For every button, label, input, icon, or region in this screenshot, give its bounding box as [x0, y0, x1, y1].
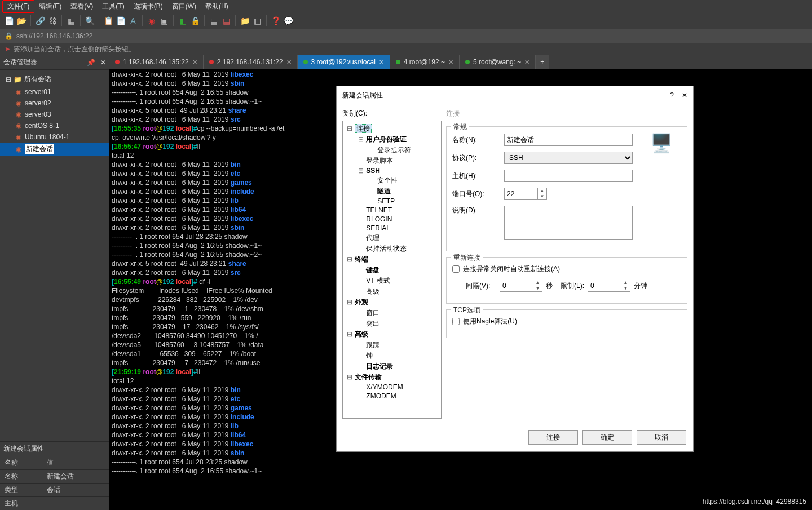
paste-icon[interactable]: 📄 — [115, 15, 126, 26]
tree-node[interactable]: ⊟ 终端 — [344, 254, 440, 265]
reconnect-checkbox[interactable]: 连接异常关闭时自动重新连接(A) — [452, 264, 681, 274]
name-input[interactable] — [504, 134, 633, 146]
sidebar-title-bar: 会话管理器 📌 ✕ — [0, 55, 109, 70]
desc-textarea[interactable] — [504, 206, 633, 240]
tree-node[interactable]: X/YMODEM — [344, 383, 440, 392]
close-icon[interactable]: ✕ — [100, 59, 106, 66]
limit-input[interactable] — [588, 280, 621, 292]
minus-icon: ⊟ — [6, 76, 11, 83]
tree-node[interactable]: 隧道 — [344, 186, 440, 197]
tree-node[interactable]: TELNET — [344, 206, 440, 215]
tree-node[interactable]: 登录提示符 — [344, 145, 440, 156]
font-icon[interactable]: A — [127, 15, 139, 26]
infobar: ➤ 要添加当前会话，点击左侧的箭头按钮。 — [0, 43, 812, 55]
tab[interactable]: 3 root@192:/usr/local✕ — [298, 55, 390, 69]
menu-file[interactable]: 文件(F) — [2, 0, 34, 13]
tree-node[interactable]: ⊟ 连接 — [344, 123, 440, 134]
tree-node[interactable]: 高级 — [344, 286, 440, 297]
tree-node[interactable]: 突出 — [344, 318, 440, 329]
tree-node[interactable]: ⊟ 用户身份验证 — [344, 134, 440, 145]
host-input[interactable] — [504, 170, 633, 182]
folder2-icon[interactable]: ▤ — [220, 15, 232, 26]
tab[interactable]: 4 root@192:~✕ — [390, 55, 460, 69]
tree-node[interactable]: RLOGIN — [344, 215, 440, 224]
link-icon[interactable]: 🔗 — [34, 15, 46, 26]
tree-node[interactable]: ZMODEM — [344, 392, 440, 401]
pin-icon[interactable]: 📌 — [87, 59, 95, 66]
open-icon[interactable]: 📂 — [16, 15, 27, 26]
session-item[interactable]: ◉centOS 8-1 — [0, 120, 109, 131]
tree-node[interactable]: 登录脚本 — [344, 156, 440, 166]
interval-input[interactable] — [500, 280, 533, 292]
green1-icon[interactable]: ◧ — [177, 15, 188, 26]
menu-tools[interactable]: 工具(T) — [98, 1, 129, 12]
category-tree[interactable]: ⊟ 连接⊟ 用户身份验证 登录提示符 登录脚本⊟ SSH 安全性 隧道 SFTP… — [342, 121, 442, 419]
menu-help[interactable]: 帮助(H) — [201, 1, 233, 12]
tree-node[interactable]: SERIAL — [344, 224, 440, 233]
chat-icon[interactable]: 💬 — [283, 15, 294, 26]
clipboard-icon[interactable]: 📋 — [103, 15, 114, 26]
cube-icon[interactable]: ▣ — [158, 15, 170, 26]
copy-icon[interactable]: ▦ — [65, 15, 77, 26]
port-input[interactable] — [504, 188, 538, 200]
close-icon[interactable]: ✕ — [286, 59, 292, 66]
tree-node[interactable]: ⊟ 文件传输 — [344, 372, 440, 383]
reconnect-legend: 重新连接 — [451, 253, 483, 263]
tree-node[interactable]: 窗口 — [344, 308, 440, 318]
tree-node[interactable]: 跟踪 — [344, 340, 440, 351]
tab[interactable]: 2 192.168.146.131:22✕ — [204, 55, 298, 69]
status-dot — [465, 60, 470, 64]
close-icon[interactable]: ✕ — [682, 91, 687, 99]
menu-edit[interactable]: 编辑(E) — [34, 1, 66, 12]
help-icon[interactable]: ? — [670, 91, 674, 99]
cancel-button[interactable]: 取消 — [637, 430, 686, 445]
lock-icon[interactable]: 🔒 — [189, 15, 201, 26]
nagle-checkbox[interactable]: 使用Nagle算法(U) — [452, 317, 681, 326]
tree-node[interactable]: 键盘 — [344, 265, 440, 276]
props-head-value: 值 — [42, 456, 109, 470]
tree-node[interactable]: ⊟ SSH — [344, 166, 440, 175]
menu-window[interactable]: 窗口(W) — [167, 1, 201, 12]
add-tab[interactable]: + — [536, 55, 549, 69]
menu-options[interactable]: 选项卡(B) — [129, 1, 167, 12]
tree-node[interactable]: 钟 — [344, 351, 440, 361]
tree-node[interactable]: ⊟ 高级 — [344, 329, 440, 340]
session-item[interactable]: ◉新建会话 — [0, 143, 109, 156]
session-item[interactable]: ◉server02 — [0, 97, 109, 109]
protocol-select[interactable]: SSH — [504, 152, 633, 164]
limit-label: 限制(L): — [561, 281, 584, 291]
tree-node[interactable]: VT 模式 — [344, 276, 440, 286]
close-icon[interactable]: ✕ — [192, 59, 197, 66]
tab[interactable]: 1 192.168.146.135:22✕ — [109, 55, 204, 69]
folder1-icon[interactable]: ▤ — [208, 15, 219, 26]
port-spinner[interactable]: ▲▼ — [538, 188, 547, 200]
sidebar: 会话管理器 📌 ✕ ⊟ 📁 所有会话 ◉server01◉server02◉se… — [0, 55, 109, 510]
tree-node[interactable]: 保持活动状态 — [344, 243, 440, 254]
layout-icon[interactable]: ▥ — [251, 15, 263, 26]
folder3-icon[interactable]: 📁 — [239, 15, 250, 26]
close-icon[interactable]: ✕ — [448, 59, 453, 66]
tree-node[interactable]: 代理 — [344, 233, 440, 243]
session-item[interactable]: ◉server03 — [0, 109, 109, 120]
close-icon[interactable]: ✕ — [379, 59, 384, 66]
tree-root[interactable]: ⊟ 📁 所有会话 — [0, 72, 109, 86]
tree-node[interactable]: 日志记录 — [344, 361, 440, 372]
right-title: 连接 — [446, 109, 687, 121]
swirl-icon[interactable]: ◉ — [146, 15, 157, 26]
connect-button[interactable]: 连接 — [528, 430, 578, 445]
tree-node[interactable]: ⊟ 外观 — [344, 297, 440, 308]
address-text[interactable]: ssh://192.168.146.136:22 — [16, 32, 92, 40]
unlink-icon[interactable]: ⛓ — [47, 15, 58, 26]
help-icon[interactable]: ❓ — [270, 15, 281, 26]
session-item[interactable]: ◉server01 — [0, 86, 109, 97]
tab-label: 1 192.168.146.135:22 — [123, 58, 189, 66]
session-item[interactable]: ◉Ubuntu 1804-1 — [0, 131, 109, 143]
close-icon[interactable]: ✕ — [524, 59, 529, 66]
new-icon[interactable]: 📄 — [3, 15, 15, 26]
ok-button[interactable]: 确定 — [582, 430, 632, 445]
search-icon[interactable]: 🔍 — [84, 15, 95, 26]
tree-node[interactable]: SFTP — [344, 197, 440, 206]
menu-view[interactable]: 查看(V) — [66, 1, 98, 12]
tab[interactable]: 5 root@wang: ~✕ — [460, 55, 536, 69]
tree-node[interactable]: 安全性 — [344, 175, 440, 186]
